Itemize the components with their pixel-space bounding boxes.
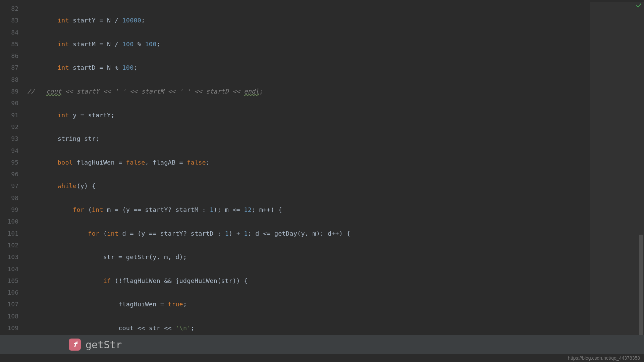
breadcrumb-bar[interactable]: f getStr	[0, 335, 644, 354]
top-crop-strip	[0, 0, 644, 2]
line-number: 93	[0, 133, 18, 144]
code-line: flagHuiWen = true;	[27, 298, 590, 310]
line-number: 104	[0, 263, 18, 275]
watermark-text: https://blog.csdn.net/qq_44378358	[568, 355, 640, 361]
code-line: for (int m = (y == startY? startM : 1); …	[27, 204, 590, 216]
line-number: 100	[0, 216, 18, 227]
line-number: 108	[0, 310, 18, 322]
line-number: 84	[0, 26, 18, 38]
code-line: for (int d = (y == startY? startD : 1) +…	[27, 228, 590, 239]
line-number: 97	[0, 180, 18, 192]
line-number: 99	[0, 204, 18, 216]
code-line: // cout << startY << ' ' << startM << ' …	[27, 85, 590, 97]
code-line: string str;	[27, 133, 590, 144]
line-number: 82	[0, 3, 18, 14]
line-number: 89	[0, 85, 18, 97]
line-number: 102	[0, 239, 18, 251]
code-line: int startY = N / 10000;	[27, 14, 590, 26]
line-number: 86	[0, 50, 18, 62]
code-line: int startM = N / 100 % 100;	[27, 38, 590, 50]
code-line: int startD = N % 100;	[27, 62, 590, 73]
code-line: cout << str << '\n';	[27, 322, 590, 334]
code-line: if (!flagHuiWen && judgeHuiWen(str)) {	[27, 275, 590, 287]
line-number: 96	[0, 168, 18, 180]
code-line: while(y) {	[27, 180, 590, 192]
minimap-panel[interactable]	[590, 0, 644, 340]
line-number: 94	[0, 145, 18, 157]
line-number: 91	[0, 109, 18, 121]
line-number: 87	[0, 62, 18, 73]
line-number: 109	[0, 322, 18, 334]
line-number-gutter: 8283848586878889909192939495969798991001…	[0, 0, 21, 340]
line-number: 85	[0, 38, 18, 50]
line-number: 103	[0, 251, 18, 263]
code-line: bool flagHuiWen = false, flagAB = false;	[27, 157, 590, 168]
scrollbar-thumb[interactable]	[639, 235, 643, 335]
line-number: 107	[0, 298, 18, 310]
line-number: 101	[0, 228, 18, 239]
line-number: 88	[0, 74, 18, 85]
line-number: 105	[0, 275, 18, 287]
analysis-ok-icon	[635, 2, 642, 9]
line-number: 90	[0, 97, 18, 109]
line-number: 83	[0, 14, 18, 26]
function-icon: f	[69, 339, 81, 351]
line-number: 106	[0, 287, 18, 298]
line-number: 95	[0, 157, 18, 168]
code-editor[interactable]: 8283848586878889909192939495969798991001…	[0, 0, 590, 340]
code-content[interactable]: int startY = N / 10000; int startM = N /…	[21, 0, 590, 340]
line-number: 92	[0, 121, 18, 133]
code-line: int y = startY;	[27, 109, 590, 121]
breadcrumb-function-name[interactable]: getStr	[86, 339, 122, 351]
line-number: 98	[0, 192, 18, 204]
code-line: str = getStr(y, m, d);	[27, 251, 590, 263]
